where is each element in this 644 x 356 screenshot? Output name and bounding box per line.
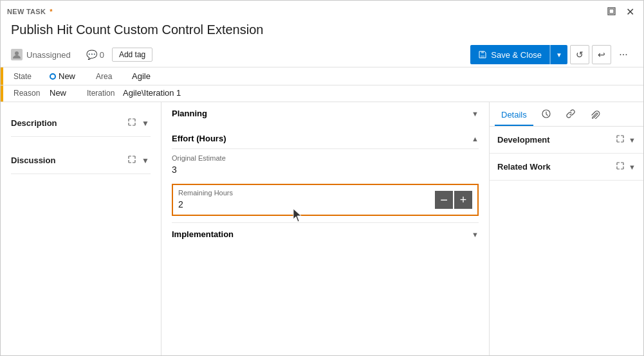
implementation-header[interactable]: Implementation ▼ bbox=[172, 229, 479, 239]
state-field: State New bbox=[14, 71, 75, 81]
remaining-hours-controls: − + bbox=[435, 191, 472, 209]
save-close-dropdown-button[interactable]: ▼ bbox=[550, 45, 567, 64]
assignee-label: Unassigned bbox=[26, 50, 71, 60]
original-estimate-value: 3 bbox=[172, 163, 479, 176]
svg-point-2 bbox=[15, 51, 19, 55]
implementation-chevron: ▼ bbox=[472, 231, 479, 238]
middle-panel: Planning ▼ Effort (Hours) ▲ Original Est… bbox=[161, 102, 489, 355]
meta-bar-2: Reason New Iteration Agile\Iteration 1 bbox=[1, 85, 643, 102]
effort-chevron: ▲ bbox=[472, 135, 479, 143]
save-close-main: Save & Close bbox=[470, 45, 550, 64]
tab-history[interactable] bbox=[535, 105, 558, 126]
main-window: NEW TASK * ✕ Publish Hit Count Custom Co… bbox=[0, 0, 644, 356]
description-section-header[interactable]: Description ▼ bbox=[11, 110, 151, 137]
maximize-button[interactable] bbox=[605, 4, 619, 19]
save-close-button[interactable]: Save & Close bbox=[470, 45, 550, 64]
planning-header[interactable]: Planning ▼ bbox=[172, 109, 479, 121]
main-content: Description ▼ Discussion ▼ bbox=[1, 102, 643, 355]
planning-chevron: ▼ bbox=[472, 110, 479, 118]
right-panel: Details bbox=[489, 102, 643, 355]
assignee-area[interactable]: Unassigned bbox=[11, 49, 71, 60]
related-work-label: Related Work bbox=[497, 162, 551, 172]
development-label: Development bbox=[497, 135, 550, 145]
decrement-button[interactable]: − bbox=[435, 191, 453, 209]
description-expand-icon[interactable] bbox=[126, 116, 138, 130]
effort-header[interactable]: Effort (Hours) ▲ bbox=[172, 134, 479, 149]
planning-section: Planning ▼ bbox=[172, 102, 479, 127]
original-estimate-label: Original Estimate bbox=[172, 154, 479, 162]
discussion-label: Discussion bbox=[11, 156, 55, 165]
area-value: Agile bbox=[132, 71, 151, 81]
planning-title: Planning bbox=[172, 109, 207, 118]
area-field: Area Agile bbox=[96, 71, 151, 81]
state-value: New bbox=[50, 71, 75, 81]
state-radio-icon bbox=[50, 73, 56, 80]
original-estimate-group: Original Estimate 3 bbox=[172, 149, 479, 181]
discussion-icons: ▼ bbox=[126, 154, 151, 167]
comment-icon: 💬 bbox=[86, 49, 97, 60]
status-bar bbox=[1, 85, 3, 102]
description-icons: ▼ bbox=[126, 116, 151, 130]
development-section-header[interactable]: Development ▼ bbox=[497, 133, 636, 147]
effort-section: Effort (Hours) ▲ Original Estimate 3 Rem… bbox=[172, 127, 479, 222]
related-work-section-header[interactable]: Related Work ▼ bbox=[497, 160, 636, 174]
remaining-hours-wrapper: Remaining Hours 2 − + bbox=[172, 184, 479, 216]
comment-area[interactable]: 💬 0 bbox=[86, 49, 104, 60]
tab-links-icon bbox=[566, 109, 576, 121]
right-tabs: Details bbox=[490, 102, 643, 127]
assignee-icon bbox=[11, 49, 23, 60]
reason-field: Reason New bbox=[14, 88, 66, 98]
development-section: Development ▼ bbox=[490, 127, 643, 154]
title-bar-left: NEW TASK * bbox=[7, 8, 53, 15]
tab-attachments-icon bbox=[590, 109, 600, 121]
discussion-expand-icon[interactable] bbox=[126, 154, 138, 167]
description-label: Description bbox=[11, 118, 57, 128]
tab-details-label: Details bbox=[501, 110, 527, 120]
tab-details[interactable]: Details bbox=[495, 105, 533, 126]
state-label: State bbox=[14, 72, 44, 81]
iteration-label: Iteration bbox=[87, 89, 118, 98]
more-options-button[interactable]: ··· bbox=[614, 45, 633, 64]
remaining-hours-label: Remaining Hours bbox=[178, 189, 435, 197]
development-chevron: ▼ bbox=[629, 136, 636, 144]
discussion-chevron[interactable]: ▼ bbox=[140, 155, 151, 166]
svg-rect-4 bbox=[481, 51, 484, 53]
related-work-section: Related Work ▼ bbox=[490, 154, 643, 181]
remaining-hours-value: 2 bbox=[178, 198, 435, 211]
implementation-section: Implementation ▼ bbox=[172, 222, 479, 245]
unsaved-indicator: * bbox=[50, 8, 53, 15]
toolbar-right: Save & Close ▼ ↺ ↩ ··· bbox=[470, 45, 633, 64]
related-work-expand-icon[interactable] bbox=[614, 160, 626, 174]
area-label: Area bbox=[96, 72, 127, 81]
related-work-chevron: ▼ bbox=[629, 163, 636, 171]
tab-links[interactable] bbox=[559, 105, 582, 126]
iteration-value: Agile\Iteration 1 bbox=[123, 88, 181, 98]
description-chevron[interactable]: ▼ bbox=[140, 118, 151, 129]
tab-history-icon bbox=[541, 109, 551, 121]
implementation-title: Implementation bbox=[172, 229, 234, 239]
form-title: Publish Hit Count Custom Control Extensi… bbox=[1, 21, 643, 42]
toolbar: Unassigned 💬 0 Add tag Save & Close ▼ ↺ … bbox=[1, 42, 643, 67]
meta-bar: State New Area Agile bbox=[1, 67, 643, 85]
reason-value: New bbox=[50, 88, 66, 98]
discussion-section-header[interactable]: Discussion ▼ bbox=[11, 147, 151, 174]
close-button[interactable]: ✕ bbox=[623, 4, 637, 19]
iteration-field: Iteration Agile\Iteration 1 bbox=[87, 88, 181, 98]
development-expand-icon[interactable] bbox=[614, 133, 626, 147]
title-bar: NEW TASK * ✕ bbox=[1, 1, 643, 21]
left-panel: Description ▼ Discussion ▼ bbox=[1, 102, 161, 355]
comment-count: 0 bbox=[100, 50, 104, 60]
reason-label: Reason bbox=[14, 89, 44, 98]
tab-attachments[interactable] bbox=[584, 105, 607, 126]
add-tag-button[interactable]: Add tag bbox=[112, 48, 152, 62]
increment-button[interactable]: + bbox=[454, 191, 472, 209]
refresh-button[interactable]: ↺ bbox=[570, 45, 589, 64]
undo-button[interactable]: ↩ bbox=[592, 45, 611, 64]
svg-rect-1 bbox=[609, 9, 614, 13]
title-bar-right: ✕ bbox=[605, 4, 637, 19]
svg-rect-3 bbox=[481, 55, 484, 58]
new-task-label: NEW TASK bbox=[7, 8, 46, 15]
effort-title: Effort (Hours) bbox=[172, 134, 226, 143]
